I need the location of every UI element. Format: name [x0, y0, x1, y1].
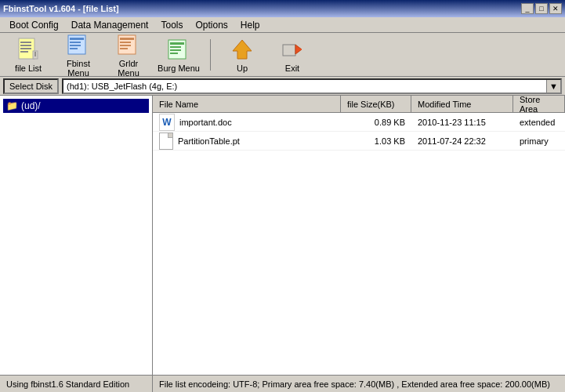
- toolbar: file List Fbinst Menu Grldr Menu: [0, 33, 565, 77]
- svg-rect-16: [120, 42, 131, 43]
- menu-options[interactable]: Options: [189, 18, 234, 32]
- main-content: 📁 (ud)/ File Name file Size(KB) Modified…: [0, 96, 565, 375]
- status-bar: Using fbinst1.6 Standard Edition File li…: [0, 375, 565, 392]
- svg-rect-10: [70, 38, 84, 40]
- disk-dropdown-arrow[interactable]: ▼: [546, 80, 560, 93]
- svg-rect-20: [170, 42, 184, 45]
- svg-rect-25: [283, 45, 295, 56]
- file-name: PartitionTable.pt: [178, 136, 240, 146]
- svg-rect-3: [20, 48, 31, 49]
- toolbar-grldr-menu-label: Grldr Menu: [107, 59, 150, 78]
- select-disk-bar: Select Disk (hd1): USB_JetFlash (4g, E:)…: [0, 77, 565, 96]
- file-store-cell: primary: [513, 135, 565, 147]
- title-bar-controls: _ □ ✕: [521, 3, 562, 14]
- file-name-cell: important.doc: [153, 113, 341, 132]
- svg-rect-13: [70, 48, 78, 49]
- disk-dropdown-value: (hd1): USB_JetFlash (4g, E:): [67, 82, 177, 91]
- svg-marker-24: [233, 40, 252, 59]
- file-table-header: File Name file Size(KB) Modified Time St…: [153, 96, 565, 113]
- file-size-cell: 0.89 KB: [341, 116, 411, 129]
- close-button[interactable]: ✕: [549, 3, 562, 14]
- burg-menu-icon: [166, 37, 191, 62]
- toolbar-up-label: Up: [237, 64, 248, 73]
- svg-rect-11: [70, 42, 81, 43]
- toolbar-file-list-button[interactable]: file List: [6, 36, 50, 74]
- select-disk-label: Select Disk: [3, 78, 59, 94]
- tree-item-label: (ud)/: [21, 100, 41, 111]
- col-header-name[interactable]: File Name: [153, 96, 341, 112]
- menu-help[interactable]: Help: [234, 18, 266, 32]
- menu-data-management[interactable]: Data Management: [65, 18, 155, 32]
- table-row[interactable]: PartitionTable.pt 1.03 KB 2011-07-24 22:…: [153, 132, 565, 151]
- toolbar-burg-menu-button[interactable]: Burg Menu: [157, 36, 201, 74]
- svg-rect-18: [120, 48, 128, 49]
- minimize-button[interactable]: _: [521, 3, 534, 14]
- toolbar-grldr-menu-button[interactable]: Grldr Menu: [107, 36, 150, 74]
- left-panel: 📁 (ud)/: [0, 96, 153, 375]
- svg-rect-2: [20, 45, 31, 46]
- exit-icon: [280, 37, 305, 62]
- toolbar-exit-label: Exit: [285, 64, 299, 73]
- toolbar-file-list-label: file List: [15, 64, 42, 73]
- fbinst-menu-icon: [66, 32, 91, 57]
- svg-rect-12: [70, 45, 81, 46]
- toolbar-separator: [210, 39, 211, 71]
- file-table-body: important.doc 0.89 KB 2010-11-23 11:15 e…: [153, 113, 565, 375]
- svg-rect-23: [170, 53, 178, 54]
- col-header-modified[interactable]: Modified Time: [411, 96, 513, 112]
- svg-rect-17: [120, 45, 131, 46]
- file-name: important.doc: [179, 118, 232, 127]
- maximize-button[interactable]: □: [535, 3, 548, 14]
- status-right: File list encodeing: UTF-8; Primary area…: [153, 379, 565, 389]
- title-bar: FbinstTool v1.604 - [file List] _ □ ✕: [0, 0, 565, 17]
- disk-dropdown[interactable]: (hd1): USB_JetFlash (4g, E:) ▼: [62, 78, 562, 94]
- toolbar-fbinst-menu-label: Fbinst Menu: [57, 59, 100, 78]
- word-doc-icon: [159, 114, 175, 131]
- svg-rect-1: [20, 42, 31, 43]
- toolbar-burg-menu-label: Burg Menu: [158, 64, 200, 73]
- toolbar-exit-button[interactable]: Exit: [270, 36, 314, 74]
- status-left: Using fbinst1.6 Standard Edition: [0, 376, 153, 392]
- col-header-size[interactable]: file Size(KB): [341, 96, 411, 112]
- menu-bar: Boot Config Data Management Tools Option…: [0, 17, 565, 33]
- toolbar-fbinst-menu-button[interactable]: Fbinst Menu: [56, 36, 100, 74]
- file-store-cell: extended: [513, 116, 565, 129]
- svg-rect-21: [170, 46, 181, 48]
- file-name-cell: PartitionTable.pt: [153, 131, 341, 151]
- file-modified-cell: 2010-11-23 11:15: [411, 116, 513, 129]
- svg-rect-22: [170, 49, 181, 51]
- col-header-store[interactable]: Store Area: [513, 96, 565, 112]
- table-row[interactable]: important.doc 0.89 KB 2010-11-23 11:15 e…: [153, 113, 565, 132]
- folder-icon: 📁: [6, 100, 18, 111]
- generic-doc-icon: [159, 132, 173, 150]
- toolbar-up-button[interactable]: Up: [220, 36, 264, 74]
- grldr-menu-icon: [116, 32, 141, 57]
- tree-item-root[interactable]: 📁 (ud)/: [3, 99, 149, 113]
- title-bar-text: FbinstTool v1.604 - [file List]: [3, 4, 119, 13]
- file-list-icon: [16, 37, 41, 62]
- menu-tools[interactable]: Tools: [154, 18, 189, 32]
- right-panel: File Name file Size(KB) Modified Time St…: [153, 96, 565, 375]
- menu-boot-config[interactable]: Boot Config: [3, 18, 65, 32]
- svg-rect-15: [120, 38, 134, 40]
- up-icon: [230, 37, 255, 62]
- file-size-cell: 1.03 KB: [341, 135, 411, 147]
- svg-rect-4: [20, 51, 28, 53]
- file-modified-cell: 2011-07-24 22:32: [411, 135, 513, 147]
